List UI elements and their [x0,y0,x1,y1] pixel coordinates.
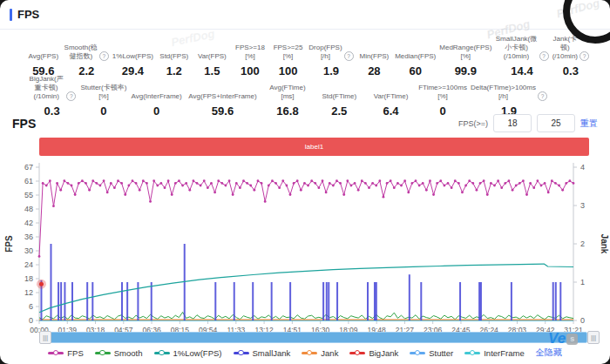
fps-threshold-input-2[interactable] [537,114,575,132]
stat-item: Median(FPS)60 [393,44,437,78]
svg-text:61: 61 [24,177,33,185]
stat-label: Avg(InterFrame) [132,84,182,101]
stat-label: Min(FPS) [357,44,392,61]
header-divider [0,29,610,30]
stats-row-1: Avg(FPS)59.6Smooth(稳健指数)?2.21%Low(FPS)29… [24,35,591,78]
label-bar-text: label1 [305,143,323,151]
svg-text:48: 48 [24,205,33,213]
svg-text:24: 24 [24,260,33,269]
fps-threshold-controls: FPS(>=) 重置 [458,114,598,132]
stat-label: Var(FTime) [367,84,415,101]
stat-item: Avg(FPS+InterFrame)59.6 [184,84,262,118]
fps-threshold-input-1[interactable] [493,114,532,132]
stat-label: Drop(FPS) [/h]? [308,44,353,61]
svg-text:42: 42 [24,219,33,227]
chart-range-slider[interactable] [39,332,587,343]
stat-label: 1%Low(FPS) [112,44,153,61]
watermark-text: PerfDog [555,0,601,20]
svg-text:30: 30 [24,246,33,255]
stat-label: FPS>=25 [%] [271,44,306,61]
stat-item: Avg(FTime) [ms]16.8 [261,84,313,118]
legend-line-icon [302,349,317,356]
legend-item-smooth[interactable]: Smooth [95,348,143,358]
legend-label: FPS [67,348,83,358]
stat-item: Std(FTime)2.5 [314,84,365,118]
fps-chart: 06121824303642485561670123400:0001:3903:… [0,161,610,334]
legend-line-icon [464,349,480,356]
stat-label: Median(FPS) [395,44,436,61]
chart-section-header: FPS FPS(>=) 重置 [12,114,598,132]
svg-text:6: 6 [29,302,33,311]
legend-item-bigjank[interactable]: BigJank [349,348,398,358]
legend-item-1-low-fps-[interactable]: 1%Low(FPS) [154,348,222,358]
stat-item: BigJank(严重卡顿) (/10min)?0.3 [26,75,78,118]
legend-item-interframe[interactable]: InterFrame [464,348,524,358]
svg-text:36: 36 [24,233,33,241]
legend-line-icon [410,349,425,356]
stat-item: MedRange(FPS)[%]99.9 [437,44,493,78]
svg-text:2: 2 [580,239,585,248]
hide-all-link[interactable]: 全隐藏 [536,347,562,359]
stat-item: Var(FPS)1.5 [193,44,232,78]
stat-item: FPS>=25 [%]100 [269,44,308,78]
fps-panel: FPS Avg(FPS)59.6Smooth(稳健指数)?2.21%Low(FP… [0,0,610,364]
stat-label: MedRange(FPS)[%] [439,44,491,61]
legend-label: 1%Low(FPS) [173,348,222,358]
svg-text:55: 55 [24,191,33,199]
stat-item: FTime>=100ms [%]0 [417,84,469,118]
stat-label: Jank(卡顿) (/10min)? [552,35,589,61]
legend-item-stutter[interactable]: Stutter [410,348,453,358]
stat-item: 1%Low(FPS)29.4 [111,44,155,78]
help-icon[interactable]: ? [538,91,547,101]
help-icon[interactable]: ? [66,91,76,101]
stat-label: Avg(FPS) [26,44,61,61]
stat-item: Jank(卡顿) (/10min)?0.3 [551,35,591,78]
accent-bar [10,9,12,21]
help-icon[interactable]: ? [344,51,354,61]
stat-item: FPS>=18 [%]100 [231,44,269,78]
legend-line-icon [234,349,249,356]
stat-label: BigJank(严重卡顿) (/10min)? [28,75,76,101]
help-icon[interactable]: ? [580,51,589,61]
chart-section-title: FPS [12,117,36,131]
legend-line-icon [95,349,111,356]
legend-line-icon [349,349,365,356]
chart-legend: FPSSmooth1%Low(FPS)SmallJankJankBigJankS… [0,347,610,359]
svg-text:0: 0 [29,316,33,325]
svg-text:1: 1 [580,278,585,286]
stat-item: Smooth(稳健指数)?2.2 [63,44,111,78]
svg-text:FPS: FPS [4,235,14,253]
stat-item: Std(FPS)1.2 [155,44,193,78]
help-icon[interactable]: ? [539,51,549,61]
stat-item: Stutter(卡顿率) [%]0 [78,84,129,118]
stat-item: Avg(InterFrame)0 [130,84,184,118]
stat-label: Avg(FPS+InterFrame) [186,84,261,101]
fps-threshold-label: FPS(>=) [458,119,488,128]
label-bar: label1 [39,138,589,156]
stats-row-2: BigJank(严重卡顿) (/10min)?0.3Stutter(卡顿率) [… [26,75,549,118]
svg-text:4: 4 [580,163,585,172]
slider-right-handle[interactable]: ||| [587,331,600,344]
stat-label: FTime>=100ms [%] [418,84,467,101]
stat-item: Min(FPS)28 [356,44,394,78]
svg-text:Jank: Jank [600,234,609,254]
stat-item: Var(FTime)6.4 [365,84,417,118]
help-icon[interactable]: ? [99,51,109,61]
stat-label: Delta(FTime)>100ms [/h]? [471,84,547,101]
svg-text:3: 3 [580,201,585,210]
stat-label: Std(FTime) [315,84,363,101]
svg-text:67: 67 [24,163,33,172]
legend-label: Smooth [114,348,143,358]
legend-item-smalljank[interactable]: SmallJank [234,348,291,358]
stat-item: Drop(FPS) [/h]?1.9 [307,44,355,78]
panel-header: FPS [10,8,39,21]
legend-item-jank[interactable]: Jank [302,348,338,358]
stat-label: Var(FPS) [195,44,230,61]
slider-left-handle[interactable]: ||| [39,331,51,344]
stat-label: Stutter(卡顿率) [%] [79,84,127,101]
legend-label: InterFrame [484,348,524,358]
stat-item: SmallJank(微小卡顿) (/10min)?14.4 [493,35,550,78]
svg-text:18: 18 [24,274,33,283]
legend-item-fps[interactable]: FPS [48,348,83,358]
reset-link[interactable]: 重置 [580,118,598,130]
